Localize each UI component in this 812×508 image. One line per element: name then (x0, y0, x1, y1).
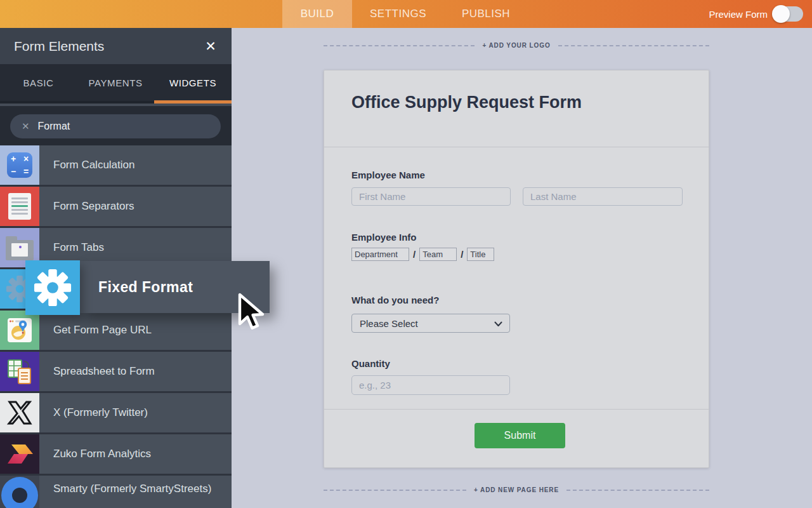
preview-form-toggle[interactable] (774, 6, 803, 22)
employee-name-label[interactable]: Employee Name (351, 170, 425, 180)
search-input[interactable]: ✕ Format (10, 114, 221, 138)
x-logo-icon (0, 393, 39, 432)
widget-item-smarty[interactable]: Smarty (Formerly SmartyStreets) (0, 476, 232, 508)
title-input[interactable]: Title (467, 248, 494, 261)
quantity-input[interactable] (351, 375, 510, 395)
panel-header: Form Elements ✕ (0, 28, 232, 64)
preview-form-control: Preview Form (709, 0, 803, 28)
widget-item-get-form-page-url[interactable]: Get Form Page URL (0, 311, 232, 352)
card-header-divider (324, 147, 709, 147)
document-lines-icon (0, 187, 39, 226)
toggle-knob (772, 5, 790, 23)
tab-basic[interactable]: BASIC (0, 64, 77, 101)
form-canvas: + ADD YOUR LOGO Office Supply Request Fo… (232, 28, 812, 508)
form-builder-app: + ADD YOUR LOGO Office Supply Request Fo… (0, 0, 812, 508)
department-input[interactable]: Department (351, 248, 409, 261)
tab-widgets[interactable]: WIDGETS (154, 64, 232, 101)
drag-ghost-label: Fixed Format (98, 261, 193, 313)
search-value: Format (38, 121, 70, 132)
dashed-divider (324, 490, 466, 491)
form-preview-card: Office Supply Request Form Employee Name… (324, 70, 709, 468)
active-tab-underline (154, 100, 232, 104)
gear-icon[interactable] (25, 260, 80, 315)
calculator-icon: +× −= (0, 145, 39, 185)
form-title[interactable]: Office Supply Request Form (351, 93, 582, 112)
widget-label: Form Separators (53, 187, 225, 226)
tab-publish[interactable]: PUBLISH (444, 0, 528, 28)
card-footer-divider (324, 409, 709, 410)
top-navigation-bar: BUILD SETTINGS PUBLISH Preview Form (0, 0, 812, 28)
quantity-label[interactable]: Quantity (351, 358, 390, 369)
panel-title: Form Elements (14, 28, 104, 64)
widget-item-x-twitter[interactable]: X (Formerly Twitter) (0, 393, 232, 434)
drag-ghost-panel[interactable]: Fixed Format (80, 261, 270, 313)
widget-label: Form Calculation (53, 145, 225, 185)
chevron-down-icon (494, 321, 502, 327)
widget-item-form-separators[interactable]: Form Separators (0, 187, 232, 228)
add-logo-label: + ADD YOUR LOGO (482, 42, 550, 49)
smarty-donut-icon (0, 476, 39, 508)
clear-search-icon[interactable]: ✕ (22, 121, 30, 132)
add-page-label: + ADD NEW PAGE HERE (474, 486, 559, 493)
widget-item-spreadsheet-to-form[interactable]: Spreadsheet to Form (0, 352, 232, 393)
dashed-divider (324, 45, 475, 46)
add-new-page-button[interactable]: + ADD NEW PAGE HERE (324, 486, 709, 493)
widget-label: Zuko Form Analytics (53, 434, 225, 474)
employee-info-field: Department / Team / Title (351, 248, 494, 261)
team-input[interactable]: Team (419, 248, 457, 261)
widget-item-form-calculation[interactable]: +× −= Form Calculation (0, 145, 232, 187)
zuko-icon (0, 434, 39, 474)
panel-tabs: BASIC PAYMENTS WIDGETS (0, 64, 232, 104)
widget-list: +× −= Form Calculation Form Separators F… (0, 145, 232, 508)
submit-button[interactable]: Submit (475, 423, 565, 448)
need-select[interactable]: Please Select (351, 314, 510, 333)
dashed-divider (566, 490, 709, 491)
employee-info-label[interactable]: Employee Info (351, 232, 417, 243)
separator-slash: / (413, 249, 416, 260)
spreadsheet-icon (0, 352, 39, 391)
widget-label: Smarty (Formerly SmartyStreets) (53, 482, 225, 495)
preview-form-label: Preview Form (709, 9, 768, 20)
first-name-input[interactable] (351, 187, 511, 206)
last-name-input[interactable] (523, 187, 683, 206)
tab-settings[interactable]: SETTINGS (352, 0, 444, 28)
tab-build[interactable]: BUILD (282, 0, 352, 28)
dashed-divider (558, 45, 709, 46)
add-logo-button[interactable]: + ADD YOUR LOGO (324, 42, 709, 49)
widget-label: Spreadsheet to Form (53, 352, 225, 391)
globe-pin-icon (0, 311, 39, 350)
need-label[interactable]: What do you need? (351, 295, 439, 305)
close-icon[interactable]: ✕ (201, 28, 220, 64)
widget-label: Get Form Page URL (53, 311, 225, 350)
widget-search-area: ✕ Format (0, 106, 232, 145)
need-select-value: Please Select (360, 318, 418, 329)
widget-label: X (Formerly Twitter) (53, 393, 225, 432)
tab-payments[interactable]: PAYMENTS (77, 64, 154, 101)
widget-item-zuko-analytics[interactable]: Zuko Form Analytics (0, 434, 232, 476)
separator-slash: / (461, 249, 463, 260)
